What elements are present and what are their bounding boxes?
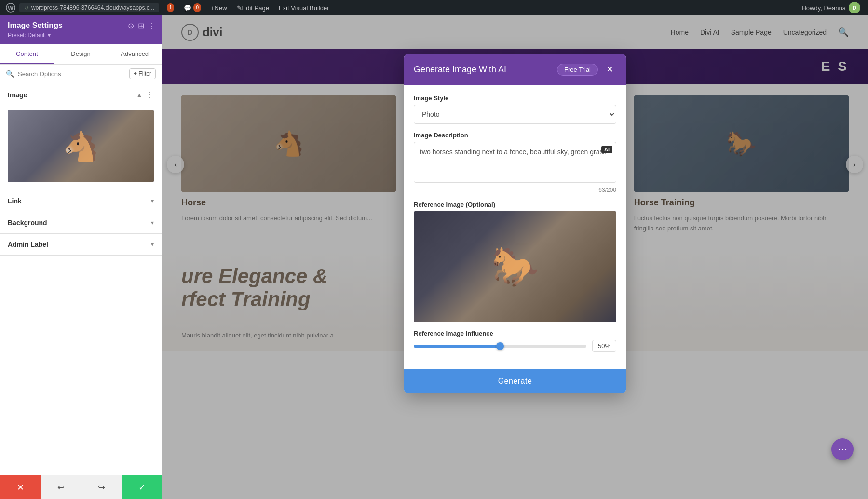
site-url-bar[interactable]: ↺ wordpress-784896-3766464.cloudwaysapps…: [19, 3, 159, 12]
search-input[interactable]: [18, 70, 125, 78]
wp-logo-icon[interactable]: W: [4, 1, 17, 14]
tab-design[interactable]: Design: [54, 44, 108, 64]
more-icon[interactable]: ⋮: [148, 21, 156, 30]
admin-bar-howdy: Howdy, Deanna D: [798, 2, 864, 13]
svg-text:W: W: [8, 5, 14, 12]
image-description-label: Image Description: [414, 132, 616, 139]
image-section-actions: ▲ ⋮: [136, 90, 154, 99]
refresh-count-badge: 1: [167, 3, 175, 12]
admin-bar-exit-builder[interactable]: Exit Visual Builder: [275, 0, 333, 15]
bottom-toolbar: ✕ ↩ ↪ ✓: [0, 475, 162, 499]
save-button[interactable]: ✓: [122, 475, 162, 499]
slider-container: 50%: [414, 340, 616, 352]
image-preview-container: [0, 106, 162, 190]
link-section-header[interactable]: Link ▾: [8, 197, 154, 205]
admin-label-section-header[interactable]: Admin Label ▾: [8, 241, 154, 248]
undo-icon: ↩: [57, 482, 65, 493]
image-description-group: Image Description two horses standing ne…: [414, 132, 616, 193]
admin-bar-refresh[interactable]: 1: [161, 0, 178, 15]
generate-button[interactable]: Generate: [404, 369, 626, 393]
background-section-chevron[interactable]: ▾: [151, 219, 154, 226]
influence-slider-group: Reference Image Influence 50%: [414, 330, 616, 352]
close-icon: ✕: [17, 482, 24, 493]
image-section-header[interactable]: Image ▲ ⋮: [0, 83, 162, 106]
url-icon: ↺: [24, 5, 28, 11]
link-section-chevron[interactable]: ▾: [151, 198, 154, 204]
sidebar-section-link: Link ▾: [0, 190, 162, 212]
sidebar-search-bar: 🔍 + Filter: [0, 65, 162, 83]
influence-slider-track[interactable]: [414, 345, 586, 348]
reference-image-group: Reference Image (Optional): [414, 201, 616, 322]
admin-bar: W ↺ wordpress-784896-3766464.cloudwaysap…: [0, 0, 868, 15]
tab-content[interactable]: Content: [0, 44, 54, 64]
admin-bar-right: Howdy, Deanna D: [798, 2, 864, 13]
fab-icon: ···: [838, 443, 847, 456]
generate-image-modal: Generate Image With AI Free Trial ✕ Imag…: [404, 54, 626, 393]
modal-close-icon: ✕: [606, 64, 613, 75]
free-trial-badge[interactable]: Free Trial: [557, 64, 598, 76]
slider-value: 50%: [592, 340, 616, 352]
slider-thumb[interactable]: [496, 342, 504, 350]
image-style-select[interactable]: Photo Illustration 3D Render Sketch: [414, 105, 616, 124]
modal-body: Image Style Photo Illustration 3D Render…: [404, 85, 626, 369]
settings-icon[interactable]: ⊙: [128, 21, 134, 30]
sidebar-section-image: Image ▲ ⋮: [0, 83, 162, 190]
fab-menu-button[interactable]: ···: [831, 438, 854, 460]
current-image: [8, 110, 154, 182]
image-style-label: Image Style: [414, 94, 616, 102]
modal-overlay: Generate Image With AI Free Trial ✕ Imag…: [162, 15, 868, 499]
image-description-input[interactable]: two horses standing next to a fence, bea…: [414, 142, 616, 183]
undo-button[interactable]: ↩: [41, 475, 81, 499]
slider-fill: [414, 345, 500, 348]
reference-image-preview: [414, 211, 616, 322]
modal-header-right: Free Trial ✕: [557, 63, 616, 76]
admin-label-section-title: Admin Label: [8, 241, 48, 248]
image-preview: [8, 110, 154, 182]
admin-label-section-chevron[interactable]: ▾: [151, 241, 154, 248]
admin-bar-new[interactable]: + New: [207, 0, 231, 15]
search-icon: 🔍: [6, 70, 14, 78]
admin-bar-comments[interactable]: 💬 0: [180, 0, 205, 15]
filter-button[interactable]: + Filter: [129, 68, 156, 79]
influence-label: Reference Image Influence: [414, 330, 616, 337]
sidebar-section-background: Background ▾: [0, 212, 162, 234]
split-icon[interactable]: ⊞: [138, 21, 144, 30]
redo-button[interactable]: ↪: [81, 475, 122, 499]
reference-image-label: Reference Image (Optional): [414, 201, 616, 208]
redo-icon: ↪: [98, 482, 105, 493]
modal-close-button[interactable]: ✕: [603, 63, 616, 76]
site-url-text: wordpress-784896-3766464.cloudwaysapps.c…: [31, 4, 154, 11]
image-style-group: Image Style Photo Illustration 3D Render…: [414, 94, 616, 124]
sidebar-preset[interactable]: Preset: Default ▾: [8, 32, 154, 39]
reference-image-box[interactable]: [414, 211, 616, 322]
ai-badge: AI: [601, 146, 612, 153]
link-section-title: Link: [8, 197, 22, 205]
sidebar-header: Image Settings Preset: Default ▾ ⊙ ⊞ ⋮: [0, 15, 162, 44]
image-section-more[interactable]: ⋮: [146, 90, 154, 99]
admin-bar-edit-page[interactable]: ✎ Edit Page: [233, 0, 273, 15]
char-count: 63/200: [414, 187, 616, 193]
image-section-title: Image: [8, 91, 27, 99]
background-section-header[interactable]: Background ▾: [8, 219, 154, 227]
sidebar: Image Settings Preset: Default ▾ ⊙ ⊞ ⋮ C…: [0, 15, 162, 499]
sidebar-section-admin-label: Admin Label ▾: [0, 234, 162, 256]
avatar: D: [849, 2, 860, 13]
tab-advanced[interactable]: Advanced: [108, 44, 162, 64]
close-button[interactable]: ✕: [0, 475, 41, 499]
image-section-chevron-up[interactable]: ▲: [136, 92, 142, 98]
sidebar-tabs: Content Design Advanced: [0, 44, 162, 65]
modal-header: Generate Image With AI Free Trial ✕: [404, 54, 626, 85]
image-description-container: two horses standing next to a fence, bea…: [414, 142, 616, 185]
save-icon: ✓: [138, 482, 146, 493]
modal-title: Generate Image With AI: [414, 65, 506, 75]
background-section-title: Background: [8, 219, 47, 227]
